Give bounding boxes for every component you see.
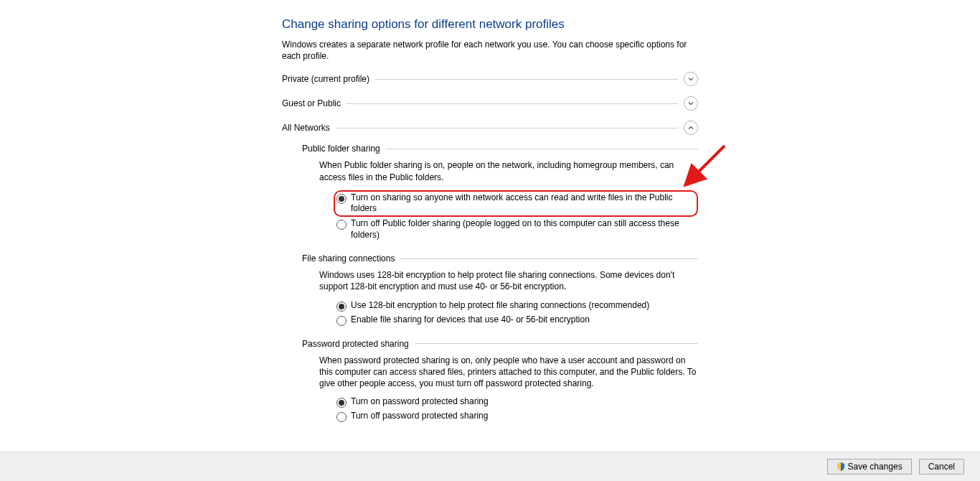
chevron-down-icon	[684, 72, 698, 86]
radio-password-off[interactable]: Turn off password protected sharing	[336, 411, 698, 422]
radio-icon	[336, 412, 347, 422]
chevron-up-icon	[684, 121, 698, 135]
group-file-sharing: File sharing connections Windows uses 12…	[302, 253, 698, 325]
group-file-sharing-desc: Windows uses 128-bit encryption to help …	[319, 269, 698, 292]
group-password: Password protected sharing When password…	[302, 339, 698, 423]
section-private-header[interactable]: Private (current profile)	[282, 72, 698, 86]
radio-public-folder-off[interactable]: Turn off Public folder sharing (people l…	[336, 218, 698, 240]
divider	[336, 128, 678, 129]
section-private: Private (current profile)	[282, 72, 698, 86]
section-private-label: Private (current profile)	[282, 74, 369, 84]
radio-icon	[336, 302, 347, 312]
radio-icon	[336, 220, 347, 230]
divider	[400, 258, 698, 259]
group-public-folder-title: Public folder sharing	[302, 144, 380, 154]
group-file-sharing-title: File sharing connections	[302, 253, 395, 263]
radio-encrypt-40[interactable]: Enable file sharing for devices that use…	[336, 314, 698, 326]
section-guest: Guest or Public	[282, 96, 698, 111]
section-guest-header[interactable]: Guest or Public	[282, 96, 698, 111]
cancel-button[interactable]: Cancel	[919, 459, 964, 475]
shield-icon	[837, 462, 845, 471]
divider	[386, 149, 698, 149]
radio-public-folder-on[interactable]: Turn on sharing so anyone with network a…	[334, 190, 698, 217]
group-password-desc: When password protected sharing is on, o…	[319, 355, 698, 390]
chevron-down-icon	[684, 96, 698, 111]
page-subtitle: Windows creates a separate network profi…	[282, 39, 698, 62]
page-title: Change sharing options for different net…	[282, 17, 698, 32]
section-all-networks: All Networks Public folder sharing When …	[282, 121, 698, 422]
footer-bar: Save changes Cancel	[0, 452, 980, 481]
radio-public-folder-on-label: Turn on sharing so anyone with network a…	[351, 192, 694, 215]
section-all-networks-label: All Networks	[282, 123, 330, 133]
radio-password-on[interactable]: Turn on password protected sharing	[336, 396, 698, 408]
all-networks-body: Public folder sharing When Public folder…	[302, 144, 698, 422]
group-public-folder: Public folder sharing When Public folder…	[302, 144, 698, 240]
divider	[375, 79, 678, 80]
section-guest-label: Guest or Public	[282, 98, 341, 108]
divider	[415, 343, 698, 344]
group-password-title: Password protected sharing	[302, 339, 409, 349]
save-changes-button[interactable]: Save changes	[827, 459, 912, 475]
save-changes-label: Save changes	[848, 462, 903, 472]
radio-encrypt-40-label: Enable file sharing for devices that use…	[351, 314, 590, 326]
radio-password-on-label: Turn on password protected sharing	[351, 396, 489, 408]
radio-encrypt-128[interactable]: Use 128-bit encryption to help protect f…	[336, 300, 698, 312]
section-all-networks-header[interactable]: All Networks	[282, 121, 698, 135]
radio-icon	[336, 194, 347, 204]
radio-public-folder-off-label: Turn off Public folder sharing (people l…	[351, 218, 698, 240]
cancel-label: Cancel	[928, 462, 955, 472]
divider	[347, 103, 678, 104]
group-public-folder-desc: When Public folder sharing is on, people…	[319, 159, 698, 182]
main-content: Change sharing options for different net…	[282, 17, 698, 432]
radio-icon	[336, 398, 347, 408]
radio-encrypt-128-label: Use 128-bit encryption to help protect f…	[351, 300, 649, 312]
radio-icon	[336, 316, 347, 326]
radio-password-off-label: Turn off password protected sharing	[351, 411, 488, 422]
